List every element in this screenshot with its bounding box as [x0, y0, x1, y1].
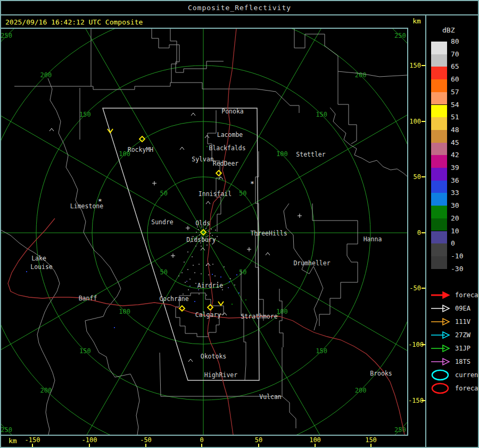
track-arrow-icon [430, 315, 451, 328]
ring-label: 250 [1, 426, 12, 434]
ring-label: 50 [160, 190, 168, 197]
ring-label: 100 [276, 150, 288, 158]
dbz-swatch [431, 155, 447, 168]
city-label: Strathmore [241, 313, 277, 320]
bottom-axis-tick-label: 150 [358, 436, 384, 444]
plus-marker-icon [298, 214, 302, 218]
track-arrow-icon [430, 342, 451, 355]
plus-marker-icon [247, 247, 251, 251]
right-axis-tick-label: -100 [408, 340, 421, 349]
city-label: Ponoka [221, 108, 244, 115]
bottom-axis-tick [315, 444, 316, 447]
ring-label: 200 [40, 71, 52, 79]
dbz-swatch [431, 243, 447, 256]
colorbar-panel: dBZ 807065605754514845423936333020100-10… [426, 15, 479, 448]
city-label: Calgary [195, 311, 221, 319]
caret-marker-icon [191, 113, 195, 116]
legend-item-forecast: forecast [430, 382, 479, 395]
dbz-value-label: 39 [451, 164, 472, 172]
city-label: Cochrane [159, 295, 188, 303]
storm-cell-diamond-icon [216, 170, 221, 176]
city-labels: PonokaLacombeBlackfaldsSylvanRedDeerStet… [30, 108, 392, 401]
legend-label: 31JP [455, 345, 470, 352]
legend-item-111V: 111V [430, 315, 470, 328]
bottom-axis-tick-label: 50 [246, 436, 271, 444]
caret-marker-icon [266, 252, 270, 255]
city-label: Brooks [370, 370, 392, 377]
right-axis: 150100500-50-100-150 [408, 29, 425, 435]
dbz-value-label: 70 [451, 50, 472, 59]
dbz-swatch [431, 67, 447, 79]
map-markers: ** [49, 113, 302, 362]
track-arrow-icon [430, 289, 451, 302]
track-arrow-icon [430, 302, 451, 315]
bottom-axis-tick [370, 444, 371, 447]
dbz-value-label: 48 [451, 126, 472, 134]
ring-label: 50 [160, 268, 168, 276]
dbz-swatch [431, 206, 447, 218]
caret-marker-icon [180, 147, 184, 150]
right-axis-tick-label: 0 [408, 229, 421, 237]
caret-marker-icon [201, 248, 205, 250]
dbz-value-label: 33 [451, 189, 472, 197]
dbz-value-label: 60 [451, 75, 472, 84]
legend-item-forecast: forecast [430, 289, 479, 302]
ring-label: 50 [239, 268, 246, 276]
dbz-swatch [431, 231, 447, 244]
ring-label: 250 [1, 32, 12, 39]
dbz-swatch [431, 181, 447, 193]
dbz-value-label: 0 [451, 239, 472, 248]
bottom-axis-unit-label: km [9, 437, 17, 445]
city-label: Okotoks [201, 353, 226, 360]
dbz-swatch [431, 168, 447, 181]
city-label: Olds [195, 219, 210, 227]
right-axis-tick-label: -50 [408, 284, 421, 292]
legend-item-current: current [430, 369, 479, 381]
right-axis-tick-label: 50 [408, 173, 421, 181]
timestamp-header: 2025/09/16 16:42:12 UTC Composite [1, 15, 407, 29]
ring-label: 200 [355, 71, 367, 79]
dbz-swatch [431, 193, 447, 206]
right-axis-unit-label: km [410, 17, 424, 25]
map-area[interactable]: 5050505010010010010015015015015020020020… [1, 28, 408, 436]
bottom-axis-tick-label: -50 [133, 436, 159, 444]
dbz-swatch [431, 130, 447, 143]
storm-ellipse-icon [430, 369, 451, 381]
ring-label: 200 [40, 387, 52, 394]
bottom-axis: km -150-100-50050100150 [1, 435, 425, 448]
bottom-axis-tick [145, 444, 146, 447]
city-label: ThreeHills [250, 230, 287, 237]
radar-map[interactable]: 5050505010010010010015015015015020020020… [1, 29, 407, 435]
dbz-swatch [431, 218, 447, 231]
dbz-swatch [431, 92, 447, 105]
dbz-value-label: 36 [451, 176, 472, 185]
plus-marker-icon [186, 226, 190, 230]
city-label: Banff [79, 295, 97, 302]
legend-item-27ZW: 27ZW [430, 329, 470, 341]
dbz-value-label: -30 [451, 265, 472, 273]
dbz-value-label: 10 [451, 227, 472, 235]
colorbar-title: dBZ [442, 26, 455, 34]
caret-marker-icon [206, 201, 210, 204]
ring-label: 100 [119, 308, 130, 315]
city-label: Didsbury [186, 236, 216, 243]
dbz-value-label: 45 [451, 139, 472, 147]
city-label: HighRiver [204, 371, 237, 379]
ring-label: 150 [79, 111, 91, 118]
city-label: Sundre [151, 218, 174, 226]
city-label: Lake [31, 255, 46, 262]
bottom-axis-tick-label: -150 [20, 436, 45, 444]
legend-label: 111V [455, 318, 470, 325]
legend-label: forecast [455, 385, 479, 392]
ring-label: 50 [239, 190, 246, 197]
ring-label: 150 [316, 347, 327, 355]
dbz-value-label: 54 [451, 101, 472, 109]
dbz-swatch [431, 42, 447, 54]
dbz-value-label: 80 [451, 37, 472, 46]
plus-marker-icon [152, 181, 156, 185]
ring-label: 200 [355, 387, 367, 394]
storm-ellipse-icon [430, 382, 451, 395]
legend-item-09EA: 09EA [430, 302, 470, 315]
dbz-value-label: 57 [451, 88, 472, 96]
bottom-axis-tick-label: -100 [77, 436, 102, 444]
